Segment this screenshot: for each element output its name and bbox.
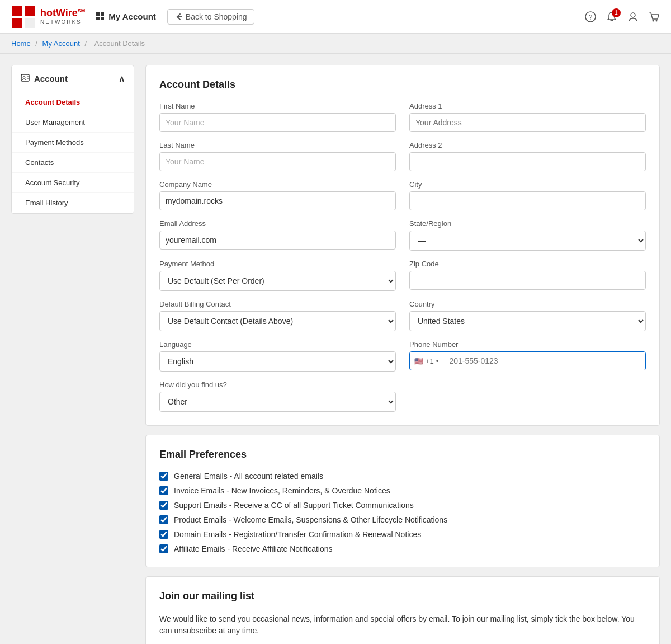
- find-us-select[interactable]: Other: [159, 392, 396, 412]
- payment-method-group: Payment Method Use Default (Set Per Orde…: [159, 260, 396, 291]
- sidebar-item-contacts[interactable]: Contacts: [12, 153, 134, 173]
- email-pref-invoice[interactable]: Invoice Emails - New Invoices, Reminders…: [159, 486, 646, 495]
- svg-rect-1: [25, 6, 35, 16]
- phone-flag-prefix[interactable]: 🇺🇸 +1 •: [410, 352, 443, 370]
- sidebar-item-payment-methods[interactable]: Payment Methods: [12, 133, 134, 153]
- logo-sub: NETWORKS: [40, 19, 85, 25]
- svg-rect-0: [12, 6, 22, 16]
- address1-input[interactable]: [409, 113, 646, 132]
- header-right: ? 1: [585, 11, 660, 22]
- main-content: Account Details First Name Address 1 Las…: [145, 65, 660, 644]
- back-arrow-icon: [174, 13, 182, 21]
- phone-country-code: +1: [426, 357, 434, 365]
- billing-contact-label: Default Billing Contact: [159, 300, 396, 308]
- email-pref-product[interactable]: Product Emails - Welcome Emails, Suspens…: [159, 515, 646, 524]
- billing-contact-group: Default Billing Contact Use Default Cont…: [159, 300, 396, 331]
- first-name-input[interactable]: [159, 113, 396, 132]
- email-preferences-list: General Emails - All account related ema…: [159, 472, 646, 553]
- logo: hotWireSM NETWORKS: [11, 4, 85, 29]
- last-name-group: Last Name: [159, 141, 396, 171]
- notifications-button[interactable]: 1: [606, 11, 617, 22]
- user-button[interactable]: [627, 11, 639, 22]
- state-select[interactable]: —: [409, 231, 646, 251]
- email-pref-support-checkbox[interactable]: [159, 501, 168, 510]
- state-group: State/Region —: [409, 219, 646, 251]
- svg-rect-7: [101, 17, 104, 20]
- svg-rect-3: [25, 18, 35, 28]
- breadcrumb-my-account[interactable]: My Account: [42, 39, 80, 48]
- back-to-shopping-label: Back to Shopping: [186, 12, 247, 21]
- mailing-list-description: We would like to send you occasional new…: [159, 613, 646, 637]
- sidebar-item-email-history[interactable]: Email History: [12, 193, 134, 213]
- account-details-title: Account Details: [159, 79, 646, 91]
- email-pref-general-label: General Emails - All account related ema…: [174, 472, 323, 481]
- address2-label: Address 2: [409, 141, 646, 149]
- email-pref-general-checkbox[interactable]: [159, 472, 168, 481]
- address2-input[interactable]: [409, 152, 646, 171]
- flag-emoji: 🇺🇸: [414, 357, 423, 365]
- city-input[interactable]: [409, 191, 646, 210]
- email-preferences-title: Email Preferences: [159, 449, 646, 460]
- my-account-label: My Account: [108, 12, 155, 21]
- email-pref-invoice-label: Invoice Emails - New Invoices, Reminders…: [174, 486, 390, 495]
- email-pref-affiliate-label: Affiliate Emails - Receive Affiliate Not…: [174, 544, 333, 553]
- country-label: Country: [409, 300, 646, 308]
- find-us-label: How did you find us?: [159, 380, 396, 389]
- company-name-group: Company Name: [159, 180, 396, 210]
- email-pref-general[interactable]: General Emails - All account related ema…: [159, 472, 646, 481]
- first-name-label: First Name: [159, 102, 396, 110]
- payment-method-select[interactable]: Use Default (Set Per Order): [159, 271, 396, 291]
- sidebar-item-user-management[interactable]: User Management: [12, 112, 134, 133]
- company-name-input[interactable]: [159, 191, 396, 210]
- state-label: State/Region: [409, 219, 646, 228]
- email-pref-affiliate-checkbox[interactable]: [159, 544, 168, 553]
- address1-label: Address 1: [409, 102, 646, 110]
- address1-group: Address 1: [409, 102, 646, 132]
- help-button[interactable]: ?: [585, 11, 596, 22]
- email-pref-support[interactable]: Support Emails - Receive a CC of all Sup…: [159, 501, 646, 510]
- header-nav: My Account Back to Shopping: [96, 9, 254, 25]
- email-pref-domain[interactable]: Domain Emails - Registration/Transfer Co…: [159, 530, 646, 539]
- zip-label: Zip Code: [409, 260, 646, 268]
- language-label: Language: [159, 340, 396, 349]
- back-to-shopping-button[interactable]: Back to Shopping: [167, 9, 254, 25]
- phone-input[interactable]: [443, 352, 645, 370]
- cart-icon: [649, 11, 660, 22]
- last-name-label: Last Name: [159, 141, 396, 149]
- account-section-icon: [21, 73, 30, 84]
- breadcrumb-home[interactable]: Home: [11, 39, 31, 48]
- account-details-form: First Name Address 1 Last Name Address 2: [159, 102, 646, 412]
- email-pref-invoice-checkbox[interactable]: [159, 486, 168, 495]
- page-layout: Account ∧ Account Details User Managemen…: [0, 54, 671, 644]
- last-name-input[interactable]: [159, 152, 396, 171]
- address2-group: Address 2: [409, 141, 646, 171]
- zip-input[interactable]: [409, 271, 646, 290]
- sidebar-header-left: Account: [21, 73, 68, 84]
- sidebar-item-account-security[interactable]: Account Security: [12, 173, 134, 193]
- email-pref-domain-checkbox[interactable]: [159, 530, 168, 539]
- email-pref-affiliate[interactable]: Affiliate Emails - Receive Affiliate Not…: [159, 544, 646, 553]
- zip-group: Zip Code: [409, 260, 646, 291]
- email-pref-domain-label: Domain Emails - Registration/Transfer Co…: [174, 530, 421, 539]
- email-pref-product-checkbox[interactable]: [159, 515, 168, 524]
- sidebar-item-account-details[interactable]: Account Details: [12, 92, 134, 112]
- email-input[interactable]: [159, 231, 396, 250]
- sidebar-section-label: Account: [34, 74, 68, 83]
- sidebar-account-section[interactable]: Account ∧: [12, 65, 134, 92]
- cart-button[interactable]: [649, 11, 660, 22]
- language-select[interactable]: English: [159, 351, 396, 372]
- breadcrumb-sep1: /: [35, 39, 37, 48]
- breadcrumb: Home / My Account / Account Details: [0, 34, 671, 54]
- logo-brand: hotWireSM: [40, 8, 85, 19]
- grid-icon: [96, 12, 105, 21]
- company-name-label: Company Name: [159, 180, 396, 189]
- phone-group: Phone Number 🇺🇸 +1 •: [409, 340, 646, 372]
- country-select[interactable]: United States: [409, 311, 646, 331]
- my-account-button[interactable]: My Account: [96, 12, 155, 21]
- svg-rect-2: [12, 18, 22, 28]
- email-group: Email Address: [159, 219, 396, 251]
- billing-contact-select[interactable]: Use Default Contact (Details Above): [159, 311, 396, 331]
- account-details-card: Account Details First Name Address 1 Las…: [145, 65, 660, 426]
- svg-point-12: [653, 20, 654, 21]
- language-group: Language English: [159, 340, 396, 372]
